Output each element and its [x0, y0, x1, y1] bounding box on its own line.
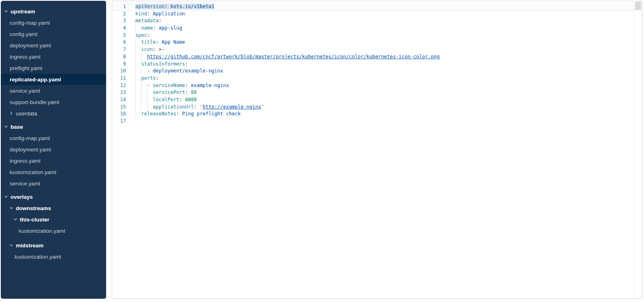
tree-file-service-yaml[interactable]: service.yaml — [1, 178, 106, 189]
code-line[interactable]: 17 — [112, 118, 634, 125]
code-line-text: ports: — [135, 75, 159, 82]
code-token: - — [147, 68, 153, 74]
tree-file-kustomization-yaml[interactable]: kustomization.yaml — [1, 166, 106, 178]
code-token — [135, 83, 147, 88]
code-token: releaseNotes — [141, 111, 176, 117]
code-token: deployment/example-nginx — [153, 68, 223, 74]
chevron-down-icon[interactable] — [4, 195, 8, 199]
tree-file-deployment-yaml[interactable]: deployment.yaml — [1, 144, 106, 155]
code-token: >- — [159, 47, 164, 52]
code-token: kind — [135, 11, 147, 17]
code-line[interactable]: 15 applicationUrl: 'http://example-nginx… — [112, 104, 634, 111]
code-line[interactable]: 6 title: App Name — [112, 39, 634, 46]
tree-item-label: downstreams — [16, 205, 51, 211]
tree-file-kustomization-yaml[interactable]: kustomization.yaml — [1, 251, 106, 262]
tree-item-label: kustomization.yaml — [10, 169, 56, 175]
tree-item-label: replicated-app.yaml — [10, 77, 61, 83]
code-line[interactable]: 12 - serviceName: example-nginx — [112, 82, 634, 89]
tree-folder-overlays[interactable]: overlays — [1, 191, 106, 202]
code-line-text: metadata: — [135, 17, 162, 25]
code-line[interactable]: 5spec: — [112, 32, 634, 39]
code-token — [135, 47, 141, 52]
code-line[interactable]: 4 name: app-slug — [112, 25, 634, 32]
url-link[interactable]: https://github.com/cncf/artwork/blob/mas… — [147, 54, 439, 60]
tree-folder-userdata[interactable]: userdata — [1, 108, 106, 119]
tree-item-label: config-map.yaml — [10, 20, 50, 26]
tree-folder-midstream[interactable]: midstream — [1, 240, 106, 251]
code-line[interactable]: 8 https://github.com/cncf/artwork/blob/m… — [112, 53, 634, 61]
code-line-text: applicationUrl: 'http://example-nginx' — [135, 104, 264, 111]
chevron-right-icon[interactable] — [9, 111, 13, 115]
code-token: : — [156, 75, 159, 81]
tree-folder-base[interactable]: base — [1, 121, 106, 132]
tree-folder-upstream[interactable]: upstream — [1, 6, 106, 17]
tree-file-deployment-yaml[interactable]: deployment.yaml — [1, 40, 106, 51]
line-number: 15 — [112, 104, 126, 111]
tree-file-preflight-yaml[interactable]: preflight.yaml — [1, 62, 106, 74]
tree-file-replicated-app-yaml[interactable]: replicated-app.yaml — [1, 74, 106, 85]
line-number: 3 — [112, 17, 126, 25]
code-token: Ping preflight check — [182, 111, 241, 117]
code-line-text: releaseNotes: Ping preflight check — [135, 111, 241, 118]
code-line-text: kind: Application — [135, 11, 185, 18]
code-line[interactable]: 9 statusInformers: — [112, 61, 634, 68]
code-line[interactable]: 3metadata: — [112, 17, 634, 25]
chevron-down-icon[interactable] — [13, 217, 17, 221]
chevron-down-icon[interactable] — [4, 125, 8, 129]
code-line[interactable]: 11 ports: — [112, 75, 634, 82]
code-token — [135, 61, 141, 67]
tree-file-config-yaml[interactable]: config.yaml — [1, 28, 106, 40]
code-line-text: spec: — [135, 32, 150, 39]
tree-file-config-map-yaml[interactable]: config-map.yaml — [1, 17, 106, 28]
tree-item-label: midstream — [16, 242, 43, 249]
code-editor[interactable]: 1apiVersion: kots.io/v1beta12kind: Appli… — [112, 1, 642, 299]
code-token: spec — [135, 32, 147, 38]
code-line[interactable]: 13 servicePort: 80 — [112, 89, 634, 96]
tree-item-label: service.yaml — [10, 88, 40, 94]
code-token: 8888 — [185, 97, 197, 102]
code-line[interactable]: 16 releaseNotes: Ping preflight check — [112, 111, 634, 118]
code-line-text: icon: >- — [135, 46, 164, 53]
code-line[interactable]: 1apiVersion: kots.io/v1beta1 — [112, 3, 634, 11]
code-line-text: title: App Name — [135, 39, 185, 46]
url-link[interactable]: http://example-nginx — [203, 104, 261, 110]
tree-item-label: service.yaml — [10, 181, 40, 187]
chevron-down-icon[interactable] — [9, 243, 13, 247]
line-number: 16 — [112, 111, 126, 118]
code-line[interactable]: 7 icon: >- — [112, 46, 634, 53]
tree-file-ingress-yaml[interactable]: ingress.yaml — [1, 155, 106, 166]
code-token: name — [141, 25, 153, 31]
tree-file-ingress-yaml[interactable]: ingress.yaml — [1, 51, 106, 62]
code-line[interactable]: 2kind: Application — [112, 11, 634, 18]
chevron-down-icon[interactable] — [4, 9, 8, 13]
code-token: : — [164, 4, 170, 9]
tree-file-kustomization-yaml[interactable]: kustomization.yaml — [1, 225, 106, 236]
tree-folder-this-cluster[interactable]: this-cluster — [1, 214, 106, 225]
code-token — [135, 25, 141, 31]
tree-file-config-map-yaml[interactable]: config-map.yaml — [1, 132, 106, 144]
scrollbar-thumb[interactable] — [635, 2, 641, 10]
tree-file-support-bundle-yaml[interactable]: support-bundle.yaml — [1, 96, 106, 108]
code-line[interactable]: 14 localPort: 8888 — [112, 96, 634, 104]
line-number: 7 — [112, 46, 126, 53]
code-token: : — [153, 25, 158, 31]
tree-item-label: support-bundle.yaml — [10, 99, 59, 105]
code-token: : — [159, 18, 162, 23]
line-number: 5 — [112, 32, 126, 39]
code-token — [135, 75, 141, 81]
chevron-down-icon[interactable] — [9, 206, 13, 210]
code-token: : — [147, 11, 153, 17]
tree-file-service-yaml[interactable]: service.yaml — [1, 85, 106, 96]
code-token — [135, 111, 141, 117]
tree-folder-downstreams[interactable]: downstreams — [1, 202, 106, 214]
line-number: 6 — [112, 39, 126, 46]
code-line-text: servicePort: 80 — [135, 89, 197, 96]
code-area[interactable]: 1apiVersion: kots.io/v1beta12kind: Appli… — [112, 1, 634, 298]
tree-item-label: ingress.yaml — [10, 158, 41, 164]
code-line[interactable]: 10 - deployment/example-nginx — [112, 68, 634, 75]
code-token: 80 — [191, 89, 196, 95]
tree-item-label: this-cluster — [20, 217, 49, 223]
editor-scrollbar[interactable] — [634, 1, 642, 298]
code-line-text: localPort: 8888 — [135, 96, 197, 104]
tree-item-label: ingress.yaml — [10, 54, 41, 60]
